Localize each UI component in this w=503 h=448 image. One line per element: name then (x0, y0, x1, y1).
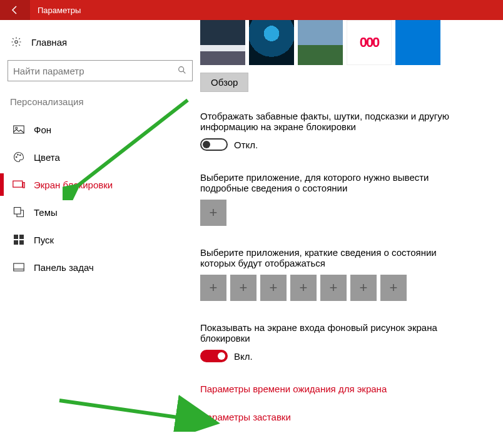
quick-app-slot[interactable]: + (380, 275, 407, 301)
fun-facts-label: Отображать забавные факты, шутки, подска… (200, 111, 463, 132)
taskbar-icon (13, 263, 25, 272)
home-button[interactable]: Главная (8, 31, 193, 60)
background-thumbnails: 000 (200, 20, 503, 65)
nav-label: Фон (34, 125, 51, 135)
arrow-left-icon (10, 5, 20, 15)
titlebar: Параметры (0, 0, 503, 20)
quick-app-slot[interactable]: + (290, 275, 317, 301)
plus-icon: + (270, 280, 278, 296)
back-button[interactable] (0, 0, 30, 20)
thumb-1[interactable] (200, 20, 245, 65)
plus-icon: + (210, 205, 218, 221)
toggle-state-on: Вкл. (234, 351, 253, 362)
nav-themes[interactable]: Темы (8, 198, 193, 226)
nav-label: Экран блокировки (34, 180, 113, 190)
svg-point-0 (15, 41, 18, 44)
svg-rect-11 (19, 235, 24, 239)
start-icon (13, 235, 25, 245)
plus-icon: + (300, 280, 308, 296)
search-icon (177, 65, 187, 77)
fun-facts-toggle[interactable] (200, 138, 228, 151)
picture-icon (13, 125, 25, 134)
quick-app-slots: + + + + + + + (200, 275, 503, 301)
thumb-3[interactable] (298, 20, 343, 65)
svg-point-1 (179, 66, 184, 71)
nav-colors[interactable]: Цвета (8, 143, 193, 171)
screensaver-link[interactable]: Параметры заставки (200, 412, 503, 422)
quick-app-slot[interactable]: + (200, 275, 226, 301)
lockscreen-icon (13, 180, 25, 189)
nav-start[interactable]: Пуск (8, 226, 193, 253)
signin-pic-label: Показывать на экране входа фоновый рисун… (200, 322, 463, 344)
svg-rect-13 (19, 240, 24, 245)
quick-apps-label: Выберите приложения, краткие сведения о … (200, 247, 463, 268)
detail-app-slot[interactable]: + (200, 200, 226, 226)
svg-rect-12 (14, 240, 18, 245)
plus-icon: + (210, 280, 218, 296)
thumb-2[interactable] (249, 20, 294, 65)
nav-label: Темы (34, 207, 58, 218)
main-panel: 000 Обзор Отображать забавные факты, шут… (200, 20, 503, 448)
plus-icon: + (330, 280, 338, 296)
plus-icon: + (360, 280, 368, 296)
svg-rect-7 (13, 181, 23, 187)
plus-icon: + (240, 280, 248, 296)
svg-point-6 (20, 155, 21, 156)
svg-rect-9 (14, 208, 21, 215)
svg-rect-2 (14, 126, 24, 133)
quick-app-slot[interactable]: + (230, 275, 257, 301)
themes-icon (13, 206, 25, 218)
svg-point-4 (16, 156, 18, 158)
svg-rect-14 (14, 263, 24, 271)
svg-point-5 (18, 155, 19, 156)
nav-background[interactable]: Фон (8, 116, 193, 143)
nav-label: Цвета (34, 152, 60, 163)
nav-label: Пуск (34, 235, 54, 245)
svg-rect-8 (23, 183, 25, 188)
browse-button[interactable]: Обзор (200, 73, 248, 92)
timeout-link[interactable]: Параметры времени ожидания для экрана (200, 384, 503, 394)
home-label: Главная (31, 37, 67, 48)
signin-pic-toggle[interactable] (200, 350, 228, 362)
nav-lockscreen[interactable]: Экран блокировки (8, 171, 193, 198)
palette-icon (13, 151, 25, 163)
thumb-5[interactable] (395, 20, 440, 65)
nav-label: Панель задач (34, 262, 94, 273)
search-input[interactable] (13, 66, 177, 76)
gear-icon (10, 36, 23, 48)
sidebar: Главная Персонализация Фон Цвета Экран б… (0, 20, 200, 448)
quick-app-slot[interactable]: + (260, 275, 287, 301)
detail-app-label: Выберите приложение, для которого нужно … (200, 172, 463, 193)
svg-point-3 (16, 127, 18, 129)
plus-icon: + (390, 280, 398, 296)
svg-rect-10 (14, 235, 18, 239)
section-header: Персонализация (8, 96, 193, 116)
quick-app-slot[interactable]: + (350, 275, 377, 301)
quick-app-slot[interactable]: + (320, 275, 347, 301)
window-title: Параметры (38, 6, 81, 15)
thumb-4[interactable]: 000 (347, 20, 392, 65)
nav-taskbar[interactable]: Панель задач (8, 253, 193, 281)
search-box[interactable] (8, 60, 193, 81)
toggle-state-off: Откл. (234, 140, 258, 150)
